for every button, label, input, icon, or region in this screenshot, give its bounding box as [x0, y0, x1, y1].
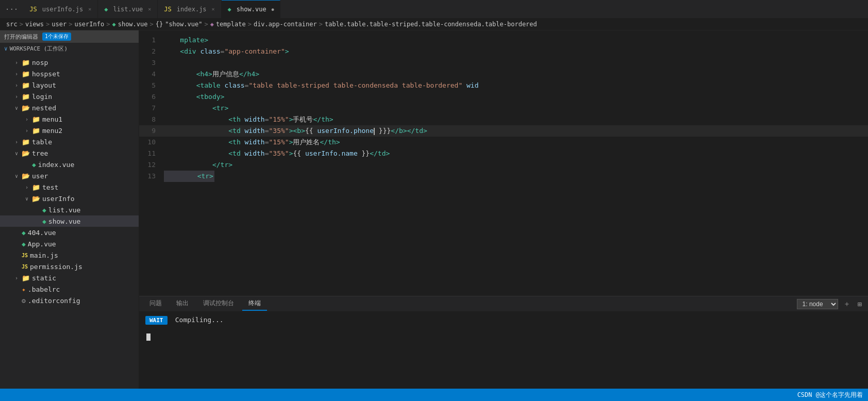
chevron-down-icon: ∨: [12, 105, 21, 111]
breadcrumb-userInfo[interactable]: userInfo: [74, 21, 104, 28]
panel-tab-problems[interactable]: 问题: [143, 297, 168, 311]
breadcrumb-show-vue[interactable]: show.vue: [118, 21, 148, 28]
line-num-10: 10: [139, 137, 164, 148]
terminal-split-button[interactable]: ⊞: [856, 300, 864, 308]
tab-list[interactable]: ◆ list.vue ✕: [98, 0, 158, 19]
vue-icon-list: ◆: [104, 6, 108, 13]
code-line-12: 12 </tr>: [139, 159, 868, 171]
editor-area[interactable]: 1 mplate> 2 <div class="app-container"> …: [139, 30, 868, 296]
tree-item-editorconfig[interactable]: › ⚙ .editorconfig: [0, 295, 139, 306]
tree-item-userInfo-folder[interactable]: ∨ 📂 userInfo: [0, 193, 139, 204]
tree-label-layout: layout: [32, 81, 56, 89]
line-num-1: 1: [139, 35, 164, 46]
babel-icon: ✦: [22, 286, 26, 293]
line-content-1: mplate>: [164, 35, 868, 46]
tree-item-nosp[interactable]: › 📁 nosp: [0, 57, 139, 68]
tree-label-permission: permission.js: [30, 263, 82, 271]
vue-file-icon: ◆: [22, 229, 26, 237]
folder-icon: 📁: [32, 115, 40, 123]
breadcrumb-views[interactable]: views: [25, 21, 44, 28]
folder-icon: 📁: [32, 183, 40, 191]
line-num-7: 7: [139, 103, 164, 114]
code-line-1: 1 mplate>: [139, 35, 868, 46]
tree-item-layout[interactable]: › 📁 layout: [0, 79, 139, 91]
breadcrumb-show-vue-2[interactable]: "show.vue": [165, 21, 202, 28]
tree-label-404: 404.vue: [28, 229, 56, 237]
vue-icon-show: ◆: [228, 6, 231, 13]
tree-label-hospset: hospset: [32, 70, 60, 78]
tree-label-user: user: [32, 172, 48, 180]
folder-icon: 📁: [22, 70, 30, 78]
tree-item-show-vue[interactable]: › ◆ show.vue: [0, 215, 139, 227]
tree-item-permission[interactable]: › JS permission.js: [0, 261, 139, 272]
terminal-dropdown[interactable]: 1: node: [797, 299, 838, 309]
breadcrumb-src[interactable]: src: [6, 21, 18, 28]
tree-item-test[interactable]: › 📁 test: [0, 181, 139, 193]
tree-item-main[interactable]: › JS main.js: [0, 249, 139, 261]
folder-icon: 📁: [22, 274, 30, 282]
csdn-attribution: CSDN @这个名字先用着: [797, 391, 863, 399]
panel-tab-output[interactable]: 输出: [170, 297, 195, 311]
tab-show-close[interactable]: ●: [272, 7, 274, 12]
panel-tab-debug[interactable]: 调试控制台: [197, 297, 240, 311]
tree-item-menu1[interactable]: › 📁 menu1: [0, 113, 139, 125]
breadcrumb-table[interactable]: table.table.table-striped.table-condense…: [325, 21, 537, 28]
code-editor[interactable]: 1 mplate> 2 <div class="app-container"> …: [139, 30, 868, 296]
open-editors-label: 打开的编辑器: [4, 33, 38, 41]
tree-item-user[interactable]: ∨ 📂 user: [0, 170, 139, 181]
status-bar: CSDN @这个名字先用着: [0, 389, 868, 401]
breadcrumb-div-container[interactable]: div.app-container: [254, 21, 317, 28]
tree-item-hospset[interactable]: › 📁 hospset: [0, 68, 139, 79]
terminal-add-button[interactable]: ＋: [841, 299, 853, 309]
tree-item-index-vue[interactable]: › ◆ index.vue: [0, 159, 139, 170]
tree-item-tree[interactable]: ∨ 📂 tree: [0, 147, 139, 159]
folder-open-icon: 📂: [32, 195, 40, 203]
line-num-8: 8: [139, 114, 164, 125]
chevron-right-icon: ›: [12, 275, 21, 281]
open-editors-bar[interactable]: 打开的编辑器 1个未保存: [0, 30, 139, 43]
tab-index[interactable]: JS index.js ✕: [158, 0, 221, 19]
terminal-select-area: 1: node ＋ ⊞: [797, 299, 864, 309]
breadcrumb-template[interactable]: template: [216, 21, 246, 28]
more-tabs-icon[interactable]: ···: [0, 5, 23, 13]
breadcrumb-user[interactable]: user: [52, 21, 66, 28]
chevron-right-icon: ›: [12, 82, 21, 88]
panel-content: WAIT Compiling...: [139, 312, 868, 389]
panel-tab-terminal[interactable]: 终端: [242, 297, 267, 311]
tree-label-test: test: [42, 183, 58, 191]
tree-label-nosp: nosp: [32, 59, 48, 66]
tab-list-close[interactable]: ✕: [148, 6, 151, 12]
tree-label-babelrc: .babelrc: [28, 286, 60, 293]
breadcrumb-braces: {}: [156, 21, 163, 28]
tab-show[interactable]: ◆ show.vue ●: [222, 0, 281, 19]
chevron-right-icon: ›: [12, 94, 21, 99]
tree-item-babelrc[interactable]: › ✦ .babelrc: [0, 283, 139, 295]
line-content-11: <td width="35%">{{ userInfo.name }}</td>: [164, 148, 868, 159]
tree-item-menu2[interactable]: › 📁 menu2: [0, 125, 139, 136]
tree-item-static[interactable]: › 📁 static: [0, 272, 139, 283]
tab-index-close[interactable]: ✕: [212, 6, 215, 12]
tree-item-table[interactable]: › 📁 table: [0, 136, 139, 147]
chevron-right-icon: ›: [23, 128, 31, 133]
workspace-header[interactable]: ∨ WORKSPACE (工作区): [0, 43, 139, 55]
compiling-text: Compiling...: [175, 316, 224, 324]
tree-item-login[interactable]: › 📁 login: [0, 91, 139, 102]
line-content-4: <h4>用户信息</h4>: [164, 69, 868, 80]
config-icon: ⚙: [22, 297, 26, 305]
tree-item-404[interactable]: › ◆ 404.vue: [0, 227, 139, 238]
code-line-13: 13 <tr>: [139, 171, 868, 182]
code-line-9: 9 <td width="35%"><b>{{ userInfo.phone }…: [139, 125, 868, 137]
tree-item-list-vue[interactable]: › ◆ list.vue: [0, 204, 139, 215]
line-content-10: <th width="15%">用户姓名</th>: [164, 137, 868, 148]
tree-item-nested[interactable]: ∨ 📂 nested: [0, 102, 139, 113]
panel-tab-problems-label: 问题: [149, 299, 162, 307]
status-right: CSDN @这个名字先用着: [797, 391, 863, 399]
tab-userInfo[interactable]: JS userInfo.js ✕: [23, 0, 98, 19]
tree-label-list-vue: list.vue: [48, 206, 81, 214]
line-num-9: 9: [139, 125, 164, 137]
tree-label-nested: nested: [32, 104, 56, 112]
breadcrumb-vue-icon: ◆: [112, 21, 115, 28]
tab-userInfo-close[interactable]: ✕: [88, 6, 91, 12]
folder-icon: 📁: [22, 81, 30, 89]
tree-item-App[interactable]: › ◆ App.vue: [0, 238, 139, 249]
